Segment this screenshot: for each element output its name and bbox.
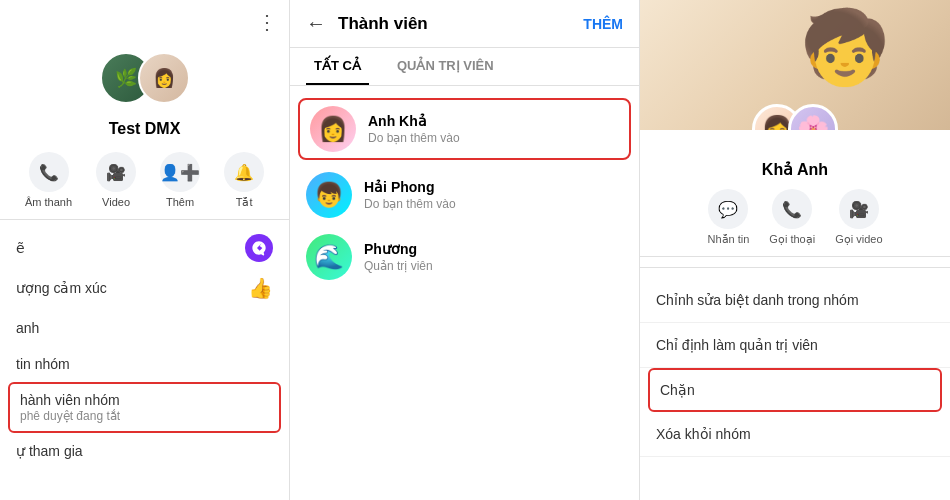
video-label: Video <box>102 196 130 208</box>
member-item-anh-kha[interactable]: 👩 Anh Khả Do bạn thêm vào <box>298 98 631 160</box>
member-sub-anh-kha: Do bạn thêm vào <box>368 131 619 145</box>
menu-item-messages-text: ẽ <box>16 240 273 256</box>
call-icon: 📞 <box>29 152 69 192</box>
menu-item-group-info-text: tin nhóm <box>16 356 273 372</box>
member-name-anh-kha: Anh Khả <box>368 113 619 129</box>
member-avatar-hai-phong: 👦 <box>306 172 352 218</box>
call-button[interactable]: 📞 Âm thanh <box>25 152 72 209</box>
menu-item-reactions-text: ượng cảm xúc <box>16 280 248 296</box>
option-block[interactable]: Chặn <box>648 368 942 412</box>
member-sub-hai-phong: Do bạn thêm vào <box>364 197 623 211</box>
panel1-header: ⋮ <box>0 0 289 34</box>
member-info-phuong: Phương Quản trị viên <box>364 241 623 273</box>
member-name-hai-phong: Hải Phong <box>364 179 623 195</box>
mute-button[interactable]: 🔔 Tắt <box>224 152 264 209</box>
menu-item-messages[interactable]: ẽ <box>0 230 289 266</box>
add-label: Thêm <box>166 196 194 208</box>
call-label: Âm thanh <box>25 196 72 208</box>
more-options-icon[interactable]: ⋮ <box>257 10 277 34</box>
panel3-header: 🧒 👩 🌸 Khả Anh 💬 Nhắn tin 📞 Gọi thoại 🎥 G… <box>640 0 950 257</box>
member-tabs: TẤT CẢ QUẢN TRỊ VIÊN <box>290 48 639 86</box>
messenger-icon <box>245 234 273 262</box>
tab-all[interactable]: TẤT CẢ <box>306 48 369 85</box>
menu-item-join[interactable]: ự tham gia <box>0 433 289 469</box>
menu-item-group-info[interactable]: tin nhóm <box>0 346 289 382</box>
member-info-hai-phong: Hải Phong Do bạn thêm vào <box>364 179 623 211</box>
video-icon: 🎥 <box>96 152 136 192</box>
action-buttons-row: 📞 Âm thanh 🎥 Video 👤➕ Thêm 🔔 Tắt <box>0 152 289 209</box>
member-name-phuong: Phương <box>364 241 623 257</box>
group-avatar-container: 🌿 👩 <box>0 42 289 112</box>
menu-item-join-text: ự tham gia <box>16 443 273 459</box>
video-profile-icon: 🎥 <box>839 189 879 229</box>
member-list: 👩 Anh Khả Do bạn thêm vào 👦 Hải Phong Do… <box>290 86 639 500</box>
thumbs-up-icon: 👍 <box>248 276 273 300</box>
member-info-anh-kha: Anh Khả Do bạn thêm vào <box>368 113 619 145</box>
profile-cover-photo: 🧒 👩 🌸 <box>640 0 950 130</box>
menu-item-photos[interactable]: anh <box>0 310 289 346</box>
call-profile-label: Gọi thoại <box>769 233 815 246</box>
menu-item-reactions[interactable]: ượng cảm xúc 👍 <box>0 266 289 310</box>
video-profile-button[interactable]: 🎥 Gọi video <box>835 189 882 246</box>
member-sub-phuong: Quản trị viên <box>364 259 623 273</box>
option-make-admin[interactable]: Chỉ định làm quản trị viên <box>640 323 950 368</box>
panel-profile: 🧒 👩 🌸 Khả Anh 💬 Nhắn tin 📞 Gọi thoại 🎥 G… <box>640 0 950 500</box>
add-member-button[interactable]: 👤➕ Thêm <box>160 152 200 209</box>
panel-group-info: ⋮ 🌿 👩 Test DMX 📞 Âm thanh 🎥 Video 👤➕ Thê… <box>0 0 290 500</box>
avatar-right: 👩 <box>138 52 190 104</box>
call-profile-button[interactable]: 📞 Gọi thoại <box>769 189 815 246</box>
tab-admins[interactable]: QUẢN TRỊ VIÊN <box>389 48 502 85</box>
divider <box>0 219 289 220</box>
profile-options-list: Chỉnh sửa biệt danh trong nhóm Chỉ định … <box>640 278 950 500</box>
member-item-hai-phong[interactable]: 👦 Hải Phong Do bạn thêm vào <box>290 164 639 226</box>
option-remove[interactable]: Xóa khỏi nhóm <box>640 412 950 457</box>
menu-items-list: ẽ ượng cảm xúc 👍 anh tin nhóm hành viên … <box>0 230 289 500</box>
member-item-phuong[interactable]: 🌊 Phương Quản trị viên <box>290 226 639 288</box>
menu-item-photos-text: anh <box>16 320 273 336</box>
call-profile-icon: 📞 <box>772 189 812 229</box>
message-profile-button[interactable]: 💬 Nhắn tin <box>707 189 749 246</box>
bell-icon: 🔔 <box>224 152 264 192</box>
panel2-title: Thành viên <box>338 14 583 34</box>
panel2-header: ← Thành viên THÊM <box>290 0 639 48</box>
message-icon: 💬 <box>708 189 748 229</box>
group-name: Test DMX <box>0 120 289 138</box>
video-button[interactable]: 🎥 Video <box>96 152 136 209</box>
member-avatar-anh-kha: 👩 <box>310 106 356 152</box>
profile-name: Khả Anh <box>640 160 950 179</box>
option-edit-nickname[interactable]: Chỉnh sửa biệt danh trong nhóm <box>640 278 950 323</box>
panel-members: ← Thành viên THÊM TẤT CẢ QUẢN TRỊ VIÊN 👩… <box>290 0 640 500</box>
message-label: Nhắn tin <box>707 233 749 246</box>
add-member-them-button[interactable]: THÊM <box>583 16 623 32</box>
add-person-icon: 👤➕ <box>160 152 200 192</box>
back-button[interactable]: ← <box>306 12 326 35</box>
menu-item-members-text: hành viên nhóm <box>20 392 120 408</box>
mute-label: Tắt <box>236 196 253 209</box>
profile-actions-row: 💬 Nhắn tin 📞 Gọi thoại 🎥 Gọi video <box>640 189 950 246</box>
video-profile-label: Gọi video <box>835 233 882 246</box>
member-avatar-phuong: 🌊 <box>306 234 352 280</box>
menu-item-members-sub: phê duyệt đang tắt <box>20 409 120 423</box>
profile-divider <box>640 267 950 268</box>
menu-item-members[interactable]: hành viên nhóm phê duyệt đang tắt <box>8 382 281 433</box>
